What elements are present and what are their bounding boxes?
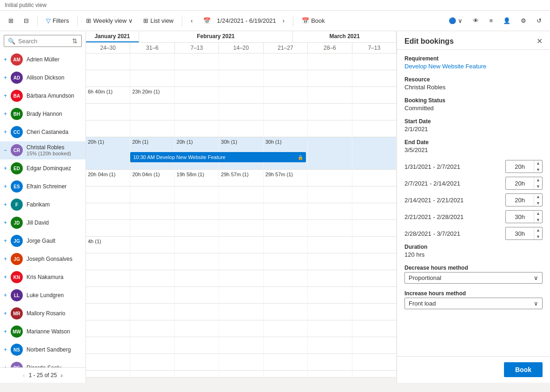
- expand-icon[interactable]: +: [4, 129, 7, 135]
- hours-up-button[interactable]: ▲: [534, 160, 542, 166]
- hours-down-button[interactable]: ▼: [534, 183, 542, 190]
- list-view-button[interactable]: ⊞ List view: [139, 15, 177, 26]
- calendar-cell[interactable]: [352, 120, 397, 137]
- expand-icon[interactable]: +: [4, 328, 7, 335]
- calendar-cell[interactable]: [175, 53, 219, 70]
- calendar-cell[interactable]: [130, 186, 174, 203]
- expand-icon[interactable]: +: [4, 56, 7, 63]
- calendar-cell[interactable]: [86, 70, 130, 86]
- calendar-cell[interactable]: [175, 237, 219, 253]
- calendar-cell[interactable]: [264, 104, 308, 120]
- hours-up-button[interactable]: ▲: [534, 227, 542, 233]
- hours-down-button[interactable]: ▼: [534, 233, 542, 240]
- filters-button[interactable]: ▽ Filters: [42, 15, 73, 26]
- calendar-cell[interactable]: [86, 270, 130, 286]
- resource-item[interactable]: −CRChristal Robles15% (120h booked): [0, 141, 86, 159]
- calendar-cell[interactable]: [219, 354, 263, 370]
- calendar-cell[interactable]: [352, 237, 397, 253]
- hours-down-button[interactable]: ▼: [534, 166, 542, 173]
- calendar-cell[interactable]: [175, 337, 219, 353]
- calendar-cell[interactable]: [175, 371, 219, 377]
- calendar-cell[interactable]: [219, 87, 263, 103]
- calendar-cell[interactable]: [352, 70, 397, 86]
- hours-up-button[interactable]: ▲: [534, 177, 542, 183]
- calendar-cell[interactable]: 23h 20m (1): [130, 87, 174, 103]
- resource-item[interactable]: +MRMallory Rosario: [0, 305, 86, 323]
- calendar-cell[interactable]: [130, 237, 174, 253]
- resource-item[interactable]: +JDJill David: [0, 214, 86, 232]
- resource-item[interactable]: +FFabrikam: [0, 196, 86, 214]
- calendar-cell[interactable]: [130, 220, 174, 236]
- calendar-cell[interactable]: [219, 253, 263, 270]
- calendar-cell[interactable]: [175, 354, 219, 370]
- expand-icon[interactable]: +: [4, 274, 7, 280]
- hours-input-box[interactable]: 30h▲▼: [505, 227, 543, 240]
- calendar-cell[interactable]: [308, 371, 352, 377]
- calendar-cell[interactable]: [175, 104, 219, 120]
- calendar-cell[interactable]: [352, 371, 397, 377]
- calendar-cell[interactable]: [264, 253, 308, 270]
- calendar-cell[interactable]: [219, 53, 263, 70]
- calendar-cell[interactable]: [175, 120, 219, 137]
- calendar-cell[interactable]: [175, 186, 219, 203]
- calendar-cell[interactable]: [175, 87, 219, 103]
- expand-icon[interactable]: +: [4, 93, 7, 99]
- resource-item[interactable]: +NSNorbert Sandberg: [0, 341, 86, 359]
- hours-up-button[interactable]: ▲: [534, 193, 542, 200]
- increase-method-dropdown[interactable]: Front load ∨: [404, 298, 543, 309]
- requirement-value[interactable]: Develop New Website Feature: [404, 63, 543, 70]
- calendar-cell[interactable]: [308, 237, 352, 253]
- calendar-cell[interactable]: [308, 354, 352, 370]
- calendar-cell[interactable]: [308, 337, 352, 353]
- calendar-cell[interactable]: [219, 220, 263, 236]
- eye-button[interactable]: 👁: [469, 15, 483, 26]
- calendar-cell[interactable]: [130, 120, 174, 137]
- calendar-cell[interactable]: [219, 104, 263, 120]
- calendar-icon-button[interactable]: 📅: [199, 15, 214, 26]
- calendar-cell[interactable]: [264, 70, 308, 86]
- calendar-cell[interactable]: [264, 337, 308, 353]
- calendar-cell[interactable]: [264, 186, 308, 203]
- resource-item[interactable]: +KNKris Nakamura: [0, 268, 86, 286]
- persona-button[interactable]: 🔵 ∨: [445, 15, 466, 26]
- resource-item[interactable]: +CCCheri Castaneda: [0, 123, 86, 141]
- calendar-cell[interactable]: [86, 304, 130, 320]
- resource-item[interactable]: +ESEfrain Schreiner: [0, 178, 86, 196]
- next-page-button[interactable]: ›: [60, 372, 63, 379]
- calendar-cell[interactable]: [308, 53, 352, 70]
- calendar-cell[interactable]: [130, 371, 174, 377]
- calendar-cell[interactable]: 4h (1): [86, 237, 130, 253]
- calendar-cell[interactable]: [264, 320, 308, 337]
- calendar-cell[interactable]: [86, 371, 130, 377]
- calendar-cell[interactable]: [130, 53, 174, 70]
- expand-icon[interactable]: +: [4, 74, 7, 81]
- calendar-cell[interactable]: [352, 203, 397, 219]
- weekly-view-button[interactable]: ⊞ Weekly view ∨: [82, 15, 137, 26]
- expand-icon[interactable]: +: [4, 238, 7, 244]
- calendar-cell[interactable]: [86, 203, 130, 219]
- calendar-cell[interactable]: [352, 253, 397, 270]
- hours-input-box[interactable]: 20h▲▼: [505, 160, 543, 173]
- calendar-cell[interactable]: [352, 354, 397, 370]
- calendar-cell[interactable]: [264, 237, 308, 253]
- calendar-cell[interactable]: [308, 270, 352, 286]
- calendar-cell[interactable]: [308, 70, 352, 86]
- calendar-cell[interactable]: 20h (1)10:30 AM Develop New Website Feat…: [130, 137, 174, 169]
- resource-item[interactable]: +JGJorge Gault: [0, 232, 86, 250]
- close-panel-button[interactable]: ✕: [537, 37, 543, 46]
- calendar-cell[interactable]: [86, 287, 130, 303]
- expand-panel-button[interactable]: ⊞: [5, 15, 17, 26]
- calendar-cell[interactable]: [264, 354, 308, 370]
- calendar-cell[interactable]: [264, 53, 308, 70]
- calendar-cell[interactable]: [175, 203, 219, 219]
- calendar-cell[interactable]: 20h 04m (1): [86, 170, 130, 186]
- calendar-cell[interactable]: [175, 320, 219, 337]
- book-button[interactable]: Book: [504, 362, 543, 377]
- columns-button[interactable]: ≡: [485, 15, 497, 26]
- calendar-cell[interactable]: [264, 287, 308, 303]
- hours-input-box[interactable]: 30h▲▼: [505, 210, 543, 223]
- calendar-cell[interactable]: [308, 87, 352, 103]
- calendar-cell[interactable]: [86, 104, 130, 120]
- calendar-cell[interactable]: [264, 304, 308, 320]
- calendar-cell[interactable]: [219, 270, 263, 286]
